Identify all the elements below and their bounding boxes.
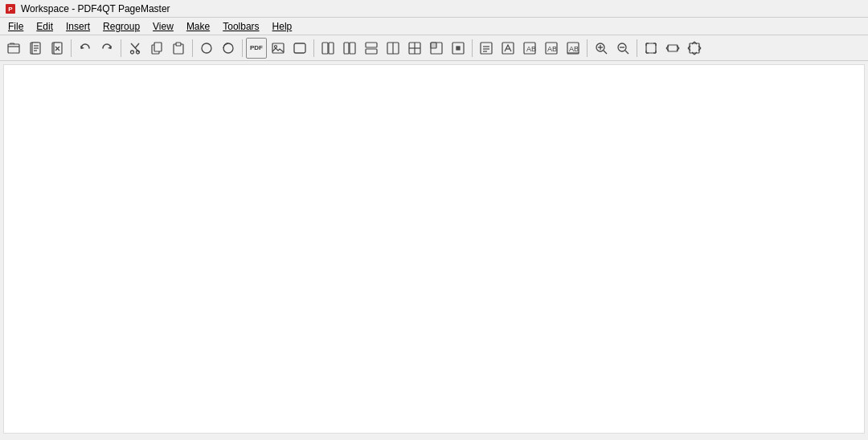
text-tool-4[interactable]: AB xyxy=(541,38,562,59)
svg-text:P: P xyxy=(8,6,13,13)
svg-point-14 xyxy=(131,51,134,54)
arc-button[interactable] xyxy=(218,38,239,59)
separator-6 xyxy=(472,39,473,57)
svg-rect-29 xyxy=(366,43,377,47)
open-button[interactable] xyxy=(3,38,24,59)
title-bar: P Workspace - PDF4QT PageMaster xyxy=(0,0,868,18)
zoom-in-button[interactable] xyxy=(591,38,612,59)
menu-help[interactable]: Help xyxy=(266,19,299,34)
svg-rect-22 xyxy=(272,43,284,53)
fit-width-button[interactable] xyxy=(662,38,683,59)
fit-all-button[interactable] xyxy=(684,38,705,59)
text-tool-3[interactable]: AB xyxy=(519,38,540,59)
text-tool-5[interactable]: AB xyxy=(563,38,583,59)
window-title: Workspace - PDF4QT PageMaster xyxy=(21,3,170,14)
redo-button[interactable] xyxy=(96,38,117,59)
svg-rect-37 xyxy=(431,43,436,48)
svg-rect-19 xyxy=(176,43,181,46)
svg-point-15 xyxy=(137,51,140,54)
svg-point-21 xyxy=(223,43,233,53)
text-tool-1[interactable] xyxy=(476,38,497,59)
cut-button[interactable] xyxy=(125,38,145,59)
menu-make[interactable]: Make xyxy=(180,19,216,34)
svg-rect-74 xyxy=(690,43,699,53)
svg-rect-28 xyxy=(350,43,355,54)
svg-point-20 xyxy=(202,43,211,53)
undo-button[interactable] xyxy=(75,38,96,59)
menu-bar: File Edit Insert Regroup View Make Toolb… xyxy=(0,18,868,35)
page-tool-2[interactable] xyxy=(339,38,360,59)
svg-rect-60 xyxy=(646,43,656,53)
svg-line-54 xyxy=(604,51,607,54)
ellipse-button[interactable] xyxy=(196,38,217,59)
page-tool-6[interactable] xyxy=(426,38,447,59)
svg-point-23 xyxy=(275,45,277,47)
copy-button[interactable] xyxy=(146,38,167,59)
separator-3 xyxy=(192,39,193,57)
toolbar: PDF xyxy=(0,35,868,61)
separator-5 xyxy=(313,39,314,57)
menu-regroup[interactable]: Regroup xyxy=(96,19,146,34)
svg-rect-40 xyxy=(481,43,492,54)
svg-rect-27 xyxy=(344,43,349,54)
menu-toolbars[interactable]: Toolbars xyxy=(216,19,265,34)
page-tool-3[interactable] xyxy=(361,38,382,59)
menu-insert[interactable]: Insert xyxy=(59,19,96,34)
new-button[interactable] xyxy=(25,38,46,59)
fit-page-button[interactable] xyxy=(641,38,661,59)
svg-rect-17 xyxy=(154,43,162,51)
svg-rect-26 xyxy=(329,43,334,54)
zoom-out-button[interactable] xyxy=(612,38,633,59)
svg-rect-24 xyxy=(294,43,305,53)
svg-rect-39 xyxy=(457,47,460,50)
page-tool-7[interactable] xyxy=(448,38,469,59)
rect-button[interactable] xyxy=(289,38,310,59)
menu-file[interactable]: File xyxy=(2,19,30,34)
svg-line-13 xyxy=(135,43,139,48)
close-button[interactable] xyxy=(47,38,68,59)
separator-7 xyxy=(587,39,588,57)
text-tool-2[interactable] xyxy=(497,38,518,59)
image-button[interactable] xyxy=(268,38,289,59)
pdf-button[interactable]: PDF xyxy=(246,38,267,59)
separator-2 xyxy=(121,39,121,57)
svg-text:AB: AB xyxy=(569,45,579,53)
app-icon: P xyxy=(5,3,16,14)
paste-button[interactable] xyxy=(168,38,189,59)
page-tool-5[interactable] xyxy=(404,38,425,59)
svg-rect-2 xyxy=(8,44,19,53)
menu-view[interactable]: View xyxy=(146,19,180,34)
page-tool-4[interactable] xyxy=(383,38,403,59)
separator-1 xyxy=(71,39,72,57)
svg-text:AB: AB xyxy=(526,45,536,53)
svg-text:AB: AB xyxy=(547,45,557,53)
separator-8 xyxy=(637,39,637,57)
menu-edit[interactable]: Edit xyxy=(30,19,59,34)
svg-rect-25 xyxy=(322,43,328,54)
page-tool-1[interactable] xyxy=(317,38,338,59)
canvas-area[interactable] xyxy=(3,64,865,434)
svg-rect-69 xyxy=(668,45,678,51)
separator-4 xyxy=(242,39,243,57)
svg-line-58 xyxy=(625,51,628,54)
svg-rect-30 xyxy=(366,49,377,54)
